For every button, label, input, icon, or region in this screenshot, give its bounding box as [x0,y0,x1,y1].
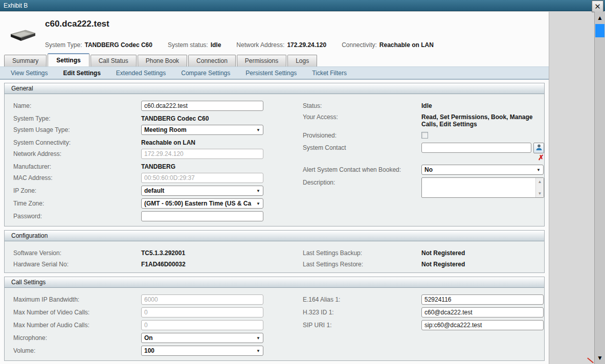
spinner-arrows[interactable]: ▲▼ [535,178,544,197]
system-type-field: TANDBERG Codec C60 [141,113,299,122]
spinner-down-icon: ▼ [538,191,542,196]
time-zone-select[interactable]: (GMT - 05:00) Eastern Time (US & Ca▼ [141,198,263,209]
system-contact-field: ✗ [421,143,549,162]
section-call-settings-title: Call Settings [5,277,544,288]
max-video-calls-label: Max Number of Video Calls: [13,307,141,317]
your-access-label: Your Access: [303,112,421,128]
scrollbar-thumb[interactable] [595,24,604,37]
info-item: Network Address:172.29.24.120 [236,41,326,49]
window-titlebar: Exhibit B [0,0,605,11]
ip-zone-select[interactable]: default▼ [141,186,263,196]
system-usage-type-select[interactable]: Meeting Room▼ [141,125,263,135]
microphone-select[interactable]: On▼ [141,333,263,343]
codec-device-icon [9,28,37,44]
e164-alias-1-input[interactable] [421,294,544,305]
volume-field: 100▼ [141,346,299,356]
subtab-compare-settings[interactable]: Compare Settings [173,70,238,77]
section-configuration-title: Configuration [5,231,544,241]
subtab-ticket-filters[interactable]: Ticket Filters [304,70,354,77]
alert-system-contact-select[interactable]: No▼ [421,165,544,175]
field-row-microphone: Microphone:On▼ [13,333,299,343]
info-item: Connectivity:Reachable on LAN [342,41,434,49]
network-address-field [141,149,299,159]
volume-select[interactable]: 100▼ [141,346,263,356]
info-item: System Type:TANDBERG Codec C60 [45,41,152,49]
contact-lookup-button[interactable] [533,143,544,153]
tab-settings[interactable]: Settings [48,53,89,66]
description-label: Description: [303,177,421,198]
your-access-field: Read, Set Permissions, Book, Manage Call… [421,112,549,128]
tab-call-status[interactable]: Call Status [91,55,137,66]
system-contact-label: System Contact [303,143,421,162]
status-value: Idle [421,101,432,109]
h323-id-1-field [421,307,549,317]
field-row-name: Name: [13,101,299,111]
password-input[interactable] [141,211,263,221]
manufacturer-value: TANDBERG [141,162,175,170]
subtab-persistent-settings[interactable]: Persistent Settings [238,70,304,77]
network-address-label: Network Address: [13,149,141,159]
scrollbar-down-button[interactable]: ▼ [595,353,605,363]
field-row-max-audio-calls: Max Number of Audio Calls: [13,320,299,330]
field-row-manufacturer: Manufacturer:TANDBERG [13,162,299,170]
last-settings-restore-label: Last Settings Restore: [303,259,421,268]
subtab-edit-settings[interactable]: Edit Settings [56,70,108,77]
last-settings-backup-value: Not Registered [421,248,465,257]
field-row-sip-uri-1: SIP URI 1: [303,320,549,330]
sip-uri-1-input[interactable] [421,320,544,330]
mac-address-field [141,173,299,183]
name-field [141,101,299,111]
field-row-ip-zone: IP Zone:default▼ [13,186,299,196]
field-row-hardware-serial-no: Hardware Serial No:F1AD46D00032 [13,259,299,268]
last-settings-restore-value: Not Registered [421,259,465,268]
page-title: c60.dca222.test [45,19,109,29]
status-field: Idle [421,101,549,109]
tab-permissions[interactable]: Permissions [237,55,286,66]
manufacturer-label: Manufacturer: [13,162,141,170]
tab-logs[interactable]: Logs [287,55,317,66]
chevron-down-icon: ▼ [256,336,260,340]
vertical-scrollbar[interactable]: ▲ ▼ [594,12,605,364]
name-input[interactable] [141,101,263,111]
field-row-system-connectivity: System Connectivity:Reachable on LAN [13,138,299,146]
h323-id-1-input[interactable] [421,307,544,317]
max-video-calls-input [141,307,263,317]
clear-contact-icon[interactable]: ✗ [538,154,544,161]
info-value: TANDBERG Codec C60 [84,41,152,49]
subtab-extended-settings[interactable]: Extended Settings [108,70,173,77]
status-label: Status: [303,101,421,109]
system-contact-input[interactable] [421,143,531,153]
description-textarea[interactable]: ▲▼ [421,177,544,198]
info-label: System Type: [45,41,82,49]
system-type-value: TANDBERG Codec C60 [141,113,209,122]
field-row-your-access: Your Access:Read, Set Permissions, Book,… [303,112,549,128]
provisioned-checkbox[interactable] [421,132,428,139]
system-info-line: System Type:TANDBERG Codec C60System sta… [45,41,449,49]
info-label: Connectivity: [342,41,377,49]
volume-selected-value: 100 [144,347,254,354]
subtab-view-settings[interactable]: View Settings [3,70,56,77]
last-settings-backup-field: Not Registered [421,248,549,257]
maximum-ip-bandwidth-input [141,294,263,305]
arrow-down-icon: ▼ [597,354,603,361]
arrow-up-icon: ▲ [597,14,603,21]
system-usage-type-label: System Usage Type: [13,125,141,135]
maximum-ip-bandwidth-field [141,294,299,305]
time-zone-label: Time Zone: [13,198,141,209]
chevron-down-icon: ▼ [256,201,260,206]
close-button[interactable]: ✕ [592,1,603,12]
h323-id-1-label: H.323 ID 1: [303,307,421,317]
field-row-time-zone: Time Zone:(GMT - 05:00) Eastern Time (US… [13,198,299,209]
mac-address-input [141,173,263,183]
provisioned-label: Provisioned: [303,130,421,140]
scrollbar-up-button[interactable]: ▲ [595,13,605,23]
tab-connection[interactable]: Connection [188,55,236,66]
password-field [141,211,299,221]
tab-summary[interactable]: Summary [4,55,47,66]
close-icon: ✕ [594,3,601,10]
tab-phone-book[interactable]: Phone Book [138,55,187,66]
red-pen-mark [587,357,594,363]
system-header: c60.dca222.test System Type:TANDBERG Cod… [0,12,549,53]
microphone-label: Microphone: [13,333,141,343]
ip-zone-selected-value: default [144,187,254,194]
